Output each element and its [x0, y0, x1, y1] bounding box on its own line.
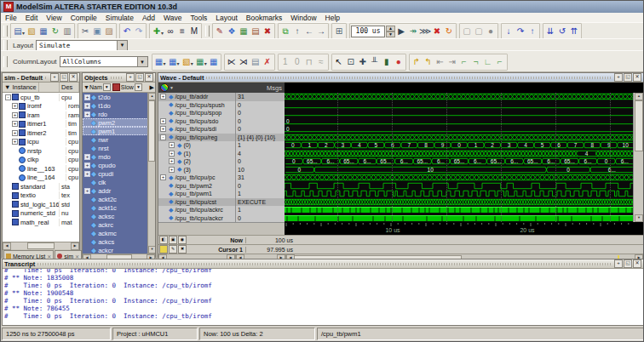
- continue-run-icon[interactable]: ↠: [407, 26, 419, 37]
- object-row-nrst[interactable]: ◆nrst: [83, 144, 155, 152]
- wave-signal-value[interactable]: 10: [236, 166, 285, 174]
- run-length-input[interactable]: 100 us: [351, 26, 385, 37]
- add-selected-to-wave-icon-dropdown[interactable]: ▾: [164, 60, 166, 66]
- expander-icon[interactable]: +: [84, 171, 90, 177]
- float-icon[interactable]: ◱: [624, 73, 632, 82]
- objects-column-header[interactable]: ▼Nam ▼ Slow ▼ ▶: [83, 83, 155, 93]
- chevron-down-icon[interactable]: ▼: [117, 41, 127, 50]
- wave-signal-value[interactable]: 0: [236, 214, 285, 223]
- msgs-column-header[interactable]: Msgs: [267, 84, 282, 92]
- expander-icon[interactable]: +: [169, 167, 175, 173]
- wave-signal-value[interactable]: 4: [236, 150, 285, 158]
- tree-item-math_real[interactable]: math_realmat: [3, 218, 79, 227]
- wave-signal-value[interactable]: 0: [236, 182, 285, 191]
- tree-item-standard[interactable]: standardsta: [3, 182, 79, 191]
- wave-signal-name[interactable]: +◆/cpu_tb/icpu/sdo: [158, 117, 235, 126]
- wave-footer-record-icon[interactable]: ◉: [178, 236, 187, 244]
- compile-icon[interactable]: ✎: [214, 26, 226, 37]
- object-row-nwr[interactable]: ◆nwr: [83, 135, 155, 144]
- step-over-icon[interactable]: ↷: [515, 26, 526, 37]
- objects-pane-header[interactable]: Objects + ◱ ✕: [83, 73, 155, 83]
- scroll-left-icon[interactable]: ◀: [3, 242, 11, 250]
- scroll-thumb[interactable]: [27, 242, 55, 249]
- wave-signal-name[interactable]: ◆/cpu_tb/icpu/spop: [158, 109, 235, 117]
- modelsim-icon[interactable]: M: [188, 26, 200, 37]
- cursor-value[interactable]: 97.995 us: [245, 247, 296, 253]
- name-column-header[interactable]: ▼Nam: [83, 84, 102, 90]
- instance-column-header[interactable]: ▼Instance: [3, 83, 60, 92]
- collapse-time-right-icon[interactable]: ⋊: [238, 56, 250, 68]
- object-row-ackcr[interactable]: ◆ackcr: [83, 246, 155, 254]
- tree-item-line__163[interactable]: line__163cpu: [3, 164, 79, 174]
- toolbar-grip[interactable]: [3, 26, 8, 37]
- edit-wave-icon-dropdown[interactable]: ▾: [191, 60, 193, 66]
- float-icon[interactable]: ◱: [60, 73, 68, 82]
- zoom-mode-icon[interactable]: ⊡: [345, 56, 357, 68]
- value-column-header[interactable]: Slow: [121, 84, 134, 90]
- redo-icon[interactable]: ↷: [133, 26, 145, 37]
- wave-signal-name[interactable]: ◆/cpu_tb/icpu/cst: [158, 198, 235, 207]
- force-wave-icon[interactable]: ≈: [315, 56, 327, 68]
- tree-item-icpu[interactable]: +icpucpu: [3, 138, 79, 147]
- wave-signal-value[interactable]: 1: [236, 206, 285, 214]
- prev-rising-edge-icon[interactable]: ∟: [482, 56, 494, 68]
- wave-signal-value[interactable]: 31: [236, 174, 285, 182]
- memory-icon[interactable]: ▢: [473, 26, 485, 37]
- wave-signal-value[interactable]: 0: [236, 157, 285, 166]
- break-icon[interactable]: ✖: [431, 26, 443, 37]
- menu-bookmarks[interactable]: Bookmarks: [242, 14, 287, 22]
- expander-icon[interactable]: +: [12, 103, 18, 109]
- expander-icon[interactable]: +: [12, 112, 18, 118]
- scroll-right-icon[interactable]: ▶: [71, 242, 79, 250]
- dock-icon[interactable]: +: [126, 73, 135, 82]
- next-rising-edge-icon[interactable]: ⌐: [458, 56, 470, 68]
- step-into-current-icon[interactable]: ⇊: [544, 26, 556, 37]
- collapse-time-left-icon[interactable]: ⋉: [226, 56, 238, 68]
- menu-file[interactable]: File: [1, 14, 21, 22]
- wave-filter-icon[interactable]: [160, 83, 169, 92]
- cursor-delete-icon[interactable]: ✖: [178, 245, 187, 254]
- cut-icon[interactable]: ✂: [79, 26, 91, 37]
- objects-vscrollbar[interactable]: ▲ ▼: [147, 93, 155, 254]
- expander-icon[interactable]: +: [160, 126, 166, 132]
- object-row-pwm1[interactable]: ◆pwm1: [83, 127, 155, 135]
- reload-icon[interactable]: ↻: [49, 26, 61, 37]
- object-row-t2do[interactable]: +◆t2do: [83, 93, 155, 101]
- tree-item-nrstp[interactable]: nrstpcpu: [3, 146, 79, 156]
- spin-down-icon[interactable]: ▼: [386, 31, 395, 37]
- dock-icon[interactable]: +: [50, 73, 59, 82]
- wave-signal-value[interactable]: 0: [236, 101, 285, 110]
- object-row-ackmc[interactable]: ◆ackmc: [83, 229, 155, 237]
- menu-edit[interactable]: Edit: [21, 14, 43, 22]
- save-icon[interactable]: ▦: [37, 26, 49, 37]
- tree-item-std_logic_1164[interactable]: std_logic_1164std: [3, 200, 79, 209]
- tree-item-textio[interactable]: textiotex: [3, 191, 79, 201]
- wave-signal-name[interactable]: +◆(1): [158, 150, 235, 158]
- object-row-clk[interactable]: ◆clk: [83, 178, 155, 186]
- float-icon[interactable]: ◱: [135, 73, 144, 82]
- layout-select[interactable]: Simulate ▼: [36, 40, 128, 51]
- menu-window[interactable]: Window: [286, 14, 320, 22]
- close-icon[interactable]: ✕: [145, 73, 153, 82]
- wave-signal-value[interactable]: 31: [236, 93, 285, 101]
- chevron-down-icon[interactable]: ▼: [170, 85, 174, 90]
- object-row-mdo[interactable]: +◆mdo: [83, 152, 155, 161]
- filter2-icon[interactable]: ▼: [135, 83, 142, 91]
- object-row-ackt2c[interactable]: ◆ackt2c: [83, 195, 155, 203]
- expander-icon[interactable]: +: [84, 188, 90, 194]
- step-into-icon[interactable]: ↓: [503, 26, 515, 37]
- object-row-pwm2[interactable]: ◆pwm2: [83, 118, 155, 127]
- print-icon[interactable]: ▥: [61, 26, 73, 37]
- toolbar-grip[interactable]: [3, 56, 8, 67]
- scroll-down-icon[interactable]: ▼: [635, 214, 643, 222]
- stop-drive-icon[interactable]: [112, 83, 120, 91]
- tree-item-numeric_std[interactable]: numeric_stdnu: [3, 209, 79, 219]
- sim-hscrollbar[interactable]: ◀ ▶: [3, 242, 79, 249]
- tree-item-cpu_tb[interactable]: -cpu_tbcpu: [3, 93, 79, 102]
- add-signals-icon-dropdown[interactable]: ▾: [177, 60, 180, 66]
- wave-footer-expand-icon[interactable]: ◧: [159, 236, 168, 244]
- expander-icon[interactable]: +: [84, 154, 90, 160]
- wave-signal-name[interactable]: ◆/cpu_tb/icpu/spush: [158, 101, 235, 110]
- toolbar-grip[interactable]: [3, 40, 8, 51]
- close-icon[interactable]: ✕: [69, 73, 78, 82]
